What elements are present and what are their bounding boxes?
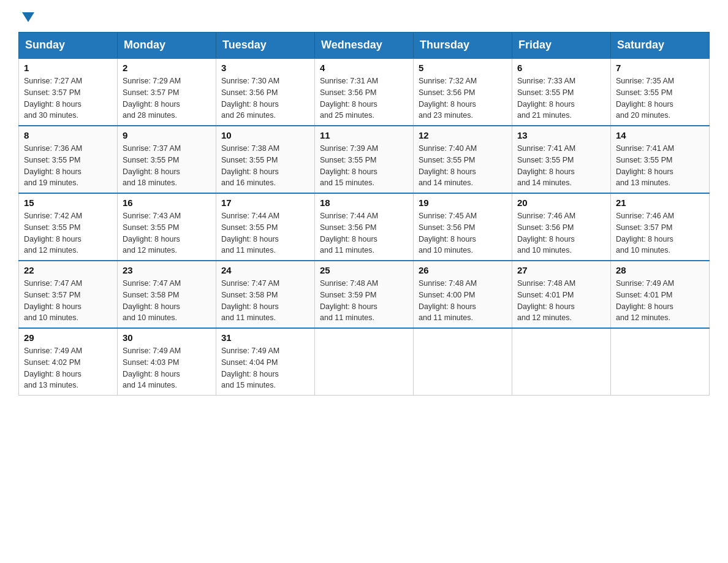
day-info: Sunrise: 7:46 AMSunset: 3:57 PMDaylight:… — [616, 212, 674, 255]
day-info: Sunrise: 7:47 AMSunset: 3:58 PMDaylight:… — [221, 279, 279, 322]
day-of-week-header: Sunday — [19, 33, 118, 59]
calendar-cell: 27 Sunrise: 7:48 AMSunset: 4:01 PMDaylig… — [512, 261, 611, 328]
logo-blue-text — [18, 12, 34, 21]
calendar-cell: 1 Sunrise: 7:27 AMSunset: 3:57 PMDayligh… — [19, 58, 118, 126]
calendar-cell: 8 Sunrise: 7:36 AMSunset: 3:55 PMDayligh… — [19, 126, 118, 193]
week-row: 15 Sunrise: 7:42 AMSunset: 3:55 PMDaylig… — [19, 193, 710, 261]
day-number: 21 — [616, 197, 704, 208]
calendar-cell: 12 Sunrise: 7:40 AMSunset: 3:55 PMDaylig… — [414, 126, 512, 193]
calendar-cell: 6 Sunrise: 7:33 AMSunset: 3:55 PMDayligh… — [512, 58, 611, 126]
day-number: 28 — [616, 265, 704, 275]
day-info: Sunrise: 7:48 AMSunset: 3:59 PMDaylight:… — [320, 279, 378, 322]
logo-triangle-icon — [22, 12, 34, 22]
day-info: Sunrise: 7:44 AMSunset: 3:56 PMDaylight:… — [320, 212, 378, 255]
day-info: Sunrise: 7:30 AMSunset: 3:56 PMDaylight:… — [221, 77, 279, 120]
calendar-table: SundayMondayTuesdayWednesdayThursdayFrid… — [18, 32, 710, 396]
day-info: Sunrise: 7:41 AMSunset: 3:55 PMDaylight:… — [517, 144, 575, 187]
calendar-cell: 19 Sunrise: 7:45 AMSunset: 3:56 PMDaylig… — [414, 193, 512, 261]
day-number: 30 — [123, 332, 211, 343]
day-number: 11 — [320, 130, 408, 140]
day-info: Sunrise: 7:44 AMSunset: 3:55 PMDaylight:… — [221, 212, 279, 255]
day-number: 18 — [320, 197, 408, 208]
week-row: 29 Sunrise: 7:49 AMSunset: 4:02 PMDaylig… — [19, 328, 710, 396]
day-info: Sunrise: 7:45 AMSunset: 3:56 PMDaylight:… — [419, 212, 477, 255]
calendar-cell — [414, 328, 512, 396]
calendar-cell: 5 Sunrise: 7:32 AMSunset: 3:56 PMDayligh… — [414, 58, 512, 126]
calendar-cell: 26 Sunrise: 7:48 AMSunset: 4:00 PMDaylig… — [414, 261, 512, 328]
calendar-cell: 3 Sunrise: 7:30 AMSunset: 3:56 PMDayligh… — [216, 58, 315, 126]
day-info: Sunrise: 7:35 AMSunset: 3:55 PMDaylight:… — [616, 77, 674, 120]
day-number: 29 — [24, 332, 112, 343]
day-number: 7 — [616, 63, 704, 73]
day-info: Sunrise: 7:46 AMSunset: 3:56 PMDaylight:… — [517, 212, 575, 255]
day-number: 9 — [123, 130, 211, 140]
day-number: 1 — [24, 63, 112, 73]
week-row: 8 Sunrise: 7:36 AMSunset: 3:55 PMDayligh… — [19, 126, 710, 193]
day-number: 10 — [221, 130, 309, 140]
day-info: Sunrise: 7:41 AMSunset: 3:55 PMDaylight:… — [616, 144, 674, 187]
calendar-cell: 18 Sunrise: 7:44 AMSunset: 3:56 PMDaylig… — [315, 193, 414, 261]
day-info: Sunrise: 7:31 AMSunset: 3:56 PMDaylight:… — [320, 77, 378, 120]
day-info: Sunrise: 7:33 AMSunset: 3:55 PMDaylight:… — [517, 77, 575, 120]
day-number: 4 — [320, 63, 408, 73]
calendar-cell: 25 Sunrise: 7:48 AMSunset: 3:59 PMDaylig… — [315, 261, 414, 328]
day-info: Sunrise: 7:32 AMSunset: 3:56 PMDaylight:… — [419, 77, 477, 120]
calendar-cell: 21 Sunrise: 7:46 AMSunset: 3:57 PMDaylig… — [611, 193, 710, 261]
calendar-cell: 7 Sunrise: 7:35 AMSunset: 3:55 PMDayligh… — [611, 58, 710, 126]
calendar-cell: 9 Sunrise: 7:37 AMSunset: 3:55 PMDayligh… — [118, 126, 216, 193]
week-row: 1 Sunrise: 7:27 AMSunset: 3:57 PMDayligh… — [19, 58, 710, 126]
day-number: 24 — [221, 265, 309, 275]
calendar-cell: 16 Sunrise: 7:43 AMSunset: 3:55 PMDaylig… — [118, 193, 216, 261]
day-info: Sunrise: 7:47 AMSunset: 3:57 PMDaylight:… — [24, 279, 82, 322]
day-info: Sunrise: 7:39 AMSunset: 3:55 PMDaylight:… — [320, 144, 378, 187]
day-number: 5 — [419, 63, 507, 73]
day-number: 27 — [517, 265, 605, 275]
day-of-week-header: Monday — [118, 33, 216, 59]
calendar-cell: 2 Sunrise: 7:29 AMSunset: 3:57 PMDayligh… — [118, 58, 216, 126]
day-number: 31 — [221, 332, 309, 343]
day-info: Sunrise: 7:42 AMSunset: 3:55 PMDaylight:… — [24, 212, 82, 255]
calendar-cell: 23 Sunrise: 7:47 AMSunset: 3:58 PMDaylig… — [118, 261, 216, 328]
calendar-cell — [512, 328, 611, 396]
day-number: 26 — [419, 265, 507, 275]
day-info: Sunrise: 7:43 AMSunset: 3:55 PMDaylight:… — [123, 212, 181, 255]
day-number: 23 — [123, 265, 211, 275]
day-number: 25 — [320, 265, 408, 275]
day-info: Sunrise: 7:37 AMSunset: 3:55 PMDaylight:… — [123, 144, 181, 187]
day-info: Sunrise: 7:29 AMSunset: 3:57 PMDaylight:… — [123, 77, 181, 120]
calendar-cell: 10 Sunrise: 7:38 AMSunset: 3:55 PMDaylig… — [216, 126, 315, 193]
header-row: SundayMondayTuesdayWednesdayThursdayFrid… — [19, 33, 710, 59]
page-header — [18, 12, 710, 21]
day-info: Sunrise: 7:36 AMSunset: 3:55 PMDaylight:… — [24, 144, 82, 187]
calendar-cell: 13 Sunrise: 7:41 AMSunset: 3:55 PMDaylig… — [512, 126, 611, 193]
day-of-week-header: Tuesday — [216, 33, 315, 59]
day-info: Sunrise: 7:49 AMSunset: 4:02 PMDaylight:… — [24, 347, 82, 389]
day-info: Sunrise: 7:40 AMSunset: 3:55 PMDaylight:… — [419, 144, 477, 187]
day-number: 22 — [24, 265, 112, 275]
calendar-cell: 15 Sunrise: 7:42 AMSunset: 3:55 PMDaylig… — [19, 193, 118, 261]
day-info: Sunrise: 7:48 AMSunset: 4:01 PMDaylight:… — [517, 279, 575, 322]
week-row: 22 Sunrise: 7:47 AMSunset: 3:57 PMDaylig… — [19, 261, 710, 328]
logo — [18, 12, 34, 21]
calendar-cell: 31 Sunrise: 7:49 AMSunset: 4:04 PMDaylig… — [216, 328, 315, 396]
day-info: Sunrise: 7:49 AMSunset: 4:01 PMDaylight:… — [616, 279, 674, 322]
day-info: Sunrise: 7:27 AMSunset: 3:57 PMDaylight:… — [24, 77, 82, 120]
day-info: Sunrise: 7:38 AMSunset: 3:55 PMDaylight:… — [221, 144, 279, 187]
calendar-cell: 24 Sunrise: 7:47 AMSunset: 3:58 PMDaylig… — [216, 261, 315, 328]
day-number: 15 — [24, 197, 112, 208]
day-info: Sunrise: 7:49 AMSunset: 4:04 PMDaylight:… — [221, 347, 279, 389]
day-number: 19 — [419, 197, 507, 208]
calendar-cell — [611, 328, 710, 396]
calendar-cell — [315, 328, 414, 396]
day-number: 14 — [616, 130, 704, 140]
calendar-cell: 20 Sunrise: 7:46 AMSunset: 3:56 PMDaylig… — [512, 193, 611, 261]
day-number: 8 — [24, 130, 112, 140]
day-number: 2 — [123, 63, 211, 73]
day-of-week-header: Saturday — [611, 33, 710, 59]
day-number: 13 — [517, 130, 605, 140]
day-number: 20 — [517, 197, 605, 208]
calendar-cell: 17 Sunrise: 7:44 AMSunset: 3:55 PMDaylig… — [216, 193, 315, 261]
calendar-cell: 4 Sunrise: 7:31 AMSunset: 3:56 PMDayligh… — [315, 58, 414, 126]
day-number: 3 — [221, 63, 309, 73]
calendar-cell: 11 Sunrise: 7:39 AMSunset: 3:55 PMDaylig… — [315, 126, 414, 193]
